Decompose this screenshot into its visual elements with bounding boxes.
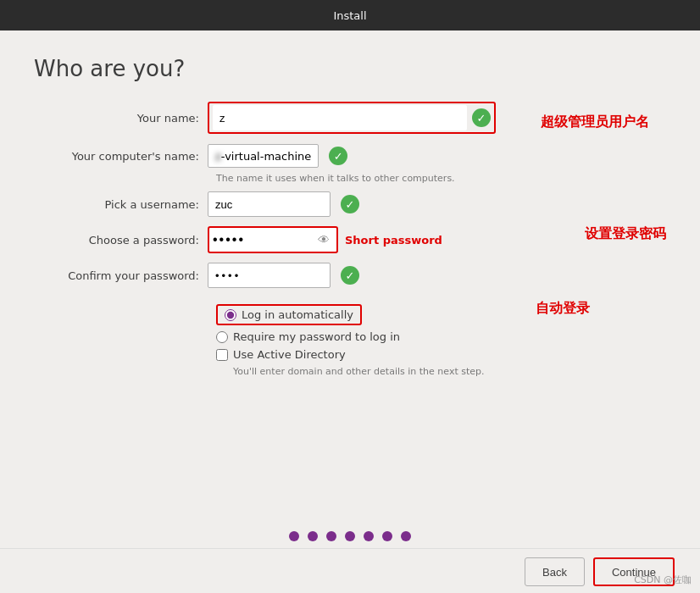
computer-name-check (329, 147, 347, 165)
page-title: Who are you? (34, 56, 666, 81)
confirm-password-input[interactable] (208, 263, 331, 288)
username-check (341, 195, 359, 213)
watermark: CSDN @佐咖 (634, 574, 692, 586)
username-label: Pick a username: (51, 198, 208, 211)
username-row: Pick a username: (51, 191, 666, 218)
dot-5 (364, 531, 374, 541)
confirm-password-check (341, 266, 359, 285)
your-name-label: Your name: (51, 112, 208, 125)
dot-4 (345, 531, 355, 541)
password-label: Choose a password: (51, 234, 208, 247)
dot-1 (289, 531, 299, 541)
password-row: Choose a password: 👁 Short password (51, 226, 666, 253)
password-highlight: 👁 (208, 226, 338, 253)
your-name-row: Your name: (51, 102, 666, 134)
back-button[interactable]: Back (525, 557, 585, 586)
confirm-password-row: Confirm your password: (51, 262, 666, 289)
computer-name-field: z-virtual-machine (208, 144, 319, 168)
dot-3 (326, 531, 336, 541)
dot-7 (401, 531, 411, 541)
login-auto-radio[interactable] (225, 309, 236, 321)
options-section: Log in automatically Require my password… (216, 304, 666, 377)
confirm-password-label: Confirm your password: (51, 269, 208, 282)
titlebar-title: Install (333, 9, 366, 22)
computer-name-label: Your computer's name: (51, 150, 208, 163)
form-container: Your name: Your computer's name: z-virtu… (34, 102, 666, 377)
computer-name-row: Your computer's name: z-virtual-machine (51, 142, 666, 169)
computer-hint: The name it uses when it talks to other … (216, 173, 666, 184)
titlebar: Install (0, 0, 700, 30)
login-auto-label[interactable]: Log in automatically (242, 308, 353, 321)
require-password-label[interactable]: Require my password to log in (233, 330, 400, 343)
active-directory-label[interactable]: Use Active Directory (233, 348, 346, 361)
your-name-highlight (208, 102, 496, 134)
pagination (0, 521, 700, 548)
password-input[interactable] (213, 229, 314, 251)
eye-icon[interactable]: 👁 (314, 233, 333, 247)
short-password-text: Short password (345, 234, 442, 247)
username-input[interactable] (208, 191, 331, 217)
active-directory-hint: You'll enter domain and other details in… (233, 366, 666, 377)
bottom-bar: Back Continue (0, 548, 700, 593)
require-password-radio[interactable] (216, 331, 228, 343)
page-wrapper: Who are you? 超级管理员用户名 设置登录密码 自动登录 Your n… (0, 30, 700, 593)
main-content: Who are you? 超级管理员用户名 设置登录密码 自动登录 Your n… (0, 30, 700, 521)
dot-6 (382, 531, 392, 541)
active-directory-row: Use Active Directory (216, 348, 666, 361)
active-directory-checkbox[interactable] (216, 349, 228, 361)
require-password-row: Require my password to log in (216, 330, 666, 343)
login-auto-highlight: Log in automatically (216, 304, 362, 325)
your-name-input[interactable] (213, 105, 467, 130)
dot-2 (308, 531, 318, 541)
your-name-check (472, 108, 491, 127)
